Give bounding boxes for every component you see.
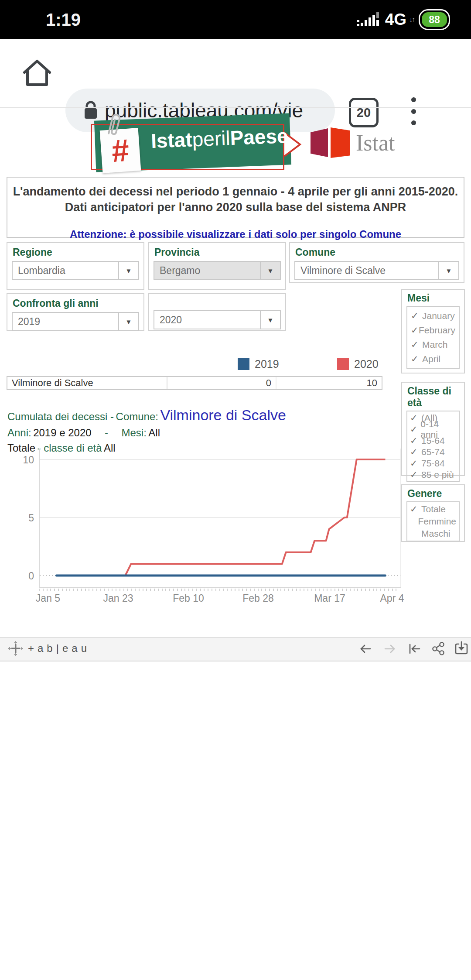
clock: 1:19 (46, 0, 81, 39)
istat-logo-shape-red (331, 127, 350, 158)
checkbox-item-january[interactable]: ✓January (411, 308, 455, 323)
table-cell-comune[interactable]: Vilminore di Scalve (7, 377, 167, 389)
filter-label-provincia: Provincia (154, 247, 280, 258)
revert-icon[interactable] (406, 641, 422, 657)
istat-wordmark: Istat (356, 130, 395, 156)
chart-title-prefix: Cumulata dei decessi - (7, 411, 114, 422)
check-icon: ✓ (410, 424, 420, 435)
legend-item-2020[interactable]: 2020 (337, 358, 379, 370)
table-cell-2019[interactable]: 0 (167, 377, 276, 389)
filter-panel-confronta-anni: Confronta gli anni 2019 ▼ (7, 293, 144, 331)
filter-label-classe-eta: Classe di età (407, 385, 459, 409)
data-activity-icon: ↓↑ (409, 16, 414, 24)
chevron-down-icon[interactable]: ▼ (260, 311, 280, 329)
intro-line1: L'andamento dei decessi nel periodo 1 ge… (7, 184, 464, 199)
checkbox-item-0-14[interactable]: ✓0-14 anni (410, 424, 456, 435)
banner-title-peril: peril (192, 127, 231, 151)
table-cell-2020[interactable]: 10 (276, 377, 382, 389)
chart-title-anni-value: 2019 e 2020 (33, 427, 91, 439)
check-icon: ✓ (411, 354, 422, 364)
chevron-down-icon[interactable]: ▼ (118, 262, 138, 279)
check-icon: ✓ (411, 311, 422, 321)
check-icon: ✓ (410, 413, 421, 423)
chevron-down-icon[interactable]: ▼ (260, 262, 280, 279)
chart-title-mesi-value: All (148, 427, 160, 439)
checkbox-item-totale[interactable]: ✓Totale (410, 503, 456, 515)
istat-logo-shape-dark (311, 128, 328, 157)
legend-item-2019[interactable]: 2019 (238, 358, 279, 370)
x-tick-jan23: Jan 23 (103, 593, 133, 604)
home-icon[interactable] (20, 56, 54, 90)
provincia-value: Bergamo (154, 265, 200, 277)
lock-icon (83, 100, 99, 121)
phone-screen: 1:19 4G ↓↑ 88 (0, 0, 471, 980)
anno1-dropdown[interactable]: 2019 ▼ (12, 312, 139, 331)
comune-dropdown[interactable]: Vilminore di Scalve ▼ (294, 261, 459, 280)
checkbox-item-femmine[interactable]: Femmine (410, 515, 456, 528)
x-tick-apr4: Apr 4 (380, 593, 404, 604)
legend-label-2020: 2020 (354, 358, 379, 370)
checkbox-item-65-74[interactable]: ✓65-74 (410, 446, 456, 458)
chevron-down-icon[interactable]: ▼ (438, 262, 458, 279)
y-tick-0: 0 (18, 570, 34, 582)
filter-panel-anno2: 2020 ▼ (148, 293, 286, 331)
battery-pill-icon: 88 (419, 9, 450, 30)
provincia-dropdown[interactable]: Bergamo ▼ (154, 261, 281, 280)
intro-line2: Dati anticipatori per l'anno 2020 sulla … (7, 199, 464, 215)
check-icon: ✓ (410, 435, 421, 446)
check-icon: ✓ (410, 469, 421, 480)
check-icon: ✓ (411, 325, 419, 336)
redo-arrow-icon[interactable] (382, 641, 398, 657)
battery-percent: 88 (429, 14, 440, 26)
line-chart-plot-area[interactable] (39, 449, 401, 588)
filter-panel-mesi: Mesi ✓January ✓February ✓March ✓April (401, 289, 465, 373)
summary-table: Vilminore di Scalve 0 10 (7, 376, 382, 390)
checkbox-item-85-piu[interactable]: ✓85 e più (410, 469, 456, 480)
tableau-wordmark: +ab|eau (28, 642, 90, 654)
intro-box: L'andamento dei decessi nel periodo 1 ge… (7, 177, 464, 238)
y-tick-10: 10 (18, 454, 34, 466)
chart-title-line2: Anni: 2019 e 2020 - Mesi: All (7, 427, 286, 439)
x-tick-jan5: Jan 5 (36, 593, 60, 604)
tab-counter[interactable]: 20 (349, 98, 379, 127)
download-icon[interactable] (454, 641, 469, 657)
anno2-dropdown[interactable]: 2020 ▼ (154, 310, 281, 329)
legend-label-2019: 2019 (255, 358, 279, 370)
filter-label-confronta: Confronta gli anni (13, 298, 138, 309)
banner-title-paese: Paese (230, 124, 289, 149)
x-tick-mar17: Mar 17 (314, 593, 345, 604)
chart-title-anni-label: Anni: (7, 427, 31, 439)
browser-toolbar: public.tableau.com/vie 20 (0, 39, 471, 107)
check-icon: ✓ (411, 339, 422, 350)
status-bar: 1:19 4G ↓↑ 88 (0, 0, 471, 39)
checkbox-item-maschi[interactable]: Maschi (410, 528, 456, 540)
share-icon[interactable] (431, 641, 447, 657)
chart-title-totale-label: Totale (7, 442, 35, 454)
checkbox-item-75-84[interactable]: ✓75-84 (410, 458, 456, 469)
undo-arrow-icon[interactable] (358, 641, 373, 657)
x-tick-feb28: Feb 28 (242, 593, 274, 604)
filter-label-genere: Genere (407, 488, 459, 500)
istat-logo: Istat (311, 127, 395, 158)
filter-label-regione: Regione (13, 247, 138, 258)
filter-panel-genere: Genere ✓Totale Femmine Maschi (401, 484, 465, 542)
genere-checklist: ✓Totale Femmine Maschi (406, 501, 460, 541)
chevron-down-icon[interactable]: ▼ (118, 313, 138, 330)
chart-title-dash: - (105, 427, 108, 439)
kebab-menu-icon[interactable] (405, 97, 422, 125)
checkbox-item-march[interactable]: ✓March (411, 337, 455, 352)
check-icon: ✓ (410, 447, 421, 457)
check-icon: ✓ (410, 504, 421, 514)
filter-panel-provincia: Provincia Bergamo ▼ (148, 242, 286, 290)
filter-label-comune: Comune (295, 247, 458, 258)
checkbox-item-february[interactable]: ✓February (411, 323, 455, 337)
banner-title-istat: Istat (150, 128, 193, 152)
signal-bars-icon (357, 10, 381, 29)
tableau-logo[interactable]: +ab|eau (8, 641, 90, 656)
regione-dropdown[interactable]: Lombardia ▼ (12, 261, 139, 280)
x-axis-tick-marks (39, 589, 399, 591)
checkbox-item-april[interactable]: ✓April (411, 352, 455, 366)
mesi-checklist: ✓January ✓February ✓March ✓April (406, 306, 460, 369)
line-chart-svg (40, 449, 400, 587)
legend-swatch-2020 (337, 358, 349, 370)
